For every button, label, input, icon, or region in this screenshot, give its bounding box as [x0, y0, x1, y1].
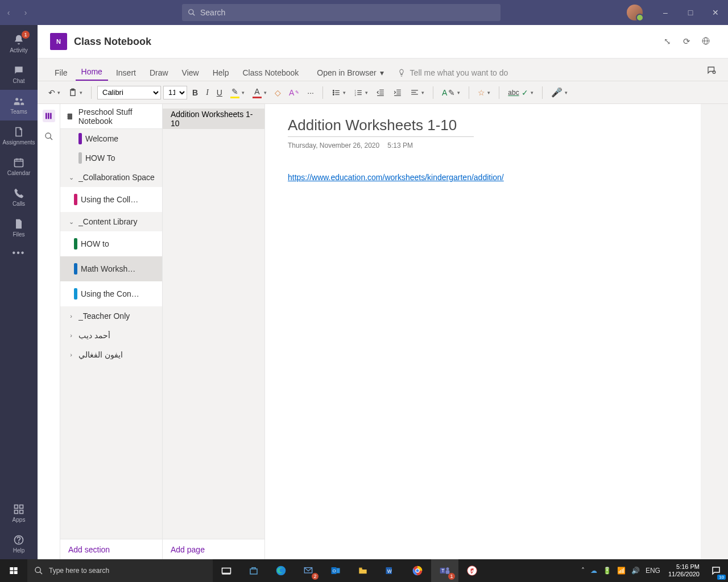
tab-draw[interactable]: Draw [144, 64, 174, 81]
window-minimize-button[interactable]: – [653, 8, 678, 17]
taskbar-store[interactable] [240, 559, 267, 582]
undo-button[interactable]: ↶▾ [46, 86, 63, 99]
store-icon [249, 566, 259, 576]
outdent-button[interactable] [373, 86, 388, 99]
feedback-icon[interactable] [706, 65, 717, 81]
rail-calls[interactable]: Calls [0, 182, 38, 213]
styles-button[interactable]: A✎▾ [439, 86, 463, 99]
task-view-button[interactable] [213, 559, 240, 582]
open-in-browser-button[interactable]: Open in Browser ▾ [317, 68, 383, 81]
section-group[interactable]: ›أحمد ديب [60, 326, 162, 345]
chevron-down-icon: ▾ [380, 68, 384, 77]
taskbar-explorer[interactable] [349, 559, 377, 582]
window-close-button[interactable]: ✕ [703, 8, 728, 17]
add-section-button[interactable]: Add section [60, 539, 162, 559]
format-painter-button[interactable]: A✎ [286, 86, 302, 99]
page-title[interactable]: Addition Worksheets 1-10 [288, 117, 474, 137]
taskbar-clock[interactable]: 5:16 PM 11/26/2020 [664, 563, 704, 578]
user-avatar[interactable] [627, 5, 643, 20]
more-format-button[interactable]: ··· [304, 86, 317, 99]
section-item[interactable]: Welcome [60, 129, 162, 148]
align-button[interactable]: ▾ [407, 86, 427, 99]
taskbar-mail[interactable]: 2 [295, 559, 322, 582]
taskbar-edge[interactable] [267, 559, 295, 582]
svg-rect-45 [50, 113, 52, 119]
taskbar-word[interactable]: W [377, 559, 404, 582]
indent-button[interactable] [390, 86, 405, 99]
volume-icon[interactable]: 🔊 [631, 567, 640, 575]
rail-calendar[interactable]: Calendar [0, 151, 38, 182]
section-item[interactable]: HOW to [60, 231, 162, 256]
bullets-button[interactable]: ▾ [329, 86, 349, 99]
globe-icon[interactable] [696, 36, 715, 47]
language-indicator[interactable]: ENG [646, 567, 660, 575]
section-item[interactable]: Math Worksheets [60, 256, 162, 281]
page-item[interactable]: Addition Worksheets 1-10 [163, 109, 264, 129]
rail-teams[interactable]: Teams [0, 90, 38, 120]
rail-more[interactable]: ••• [0, 243, 38, 263]
start-button[interactable] [0, 559, 27, 582]
page-link[interactable]: https://www.education.com/worksheets/kin… [288, 173, 504, 182]
tab-file[interactable]: File [49, 64, 73, 81]
rail-files[interactable]: Files [0, 213, 38, 243]
rail-assignments[interactable]: Assignments [0, 120, 38, 151]
collapse-icon[interactable]: ⤡ [657, 36, 677, 47]
taskbar-teams[interactable]: T 1 [431, 559, 458, 582]
underline-button[interactable]: U [214, 86, 225, 99]
nav-back-button[interactable]: ‹ [0, 8, 17, 17]
section-group[interactable]: ›ايفون الفغالي [60, 345, 162, 364]
tab-view[interactable]: View [176, 64, 205, 81]
battery-icon[interactable]: 🔋 [603, 567, 611, 575]
font-size-select[interactable]: 11 [163, 86, 187, 99]
section-group[interactable]: ⌄_Content Library [60, 212, 162, 231]
taskbar-search-input[interactable]: Type here to search [27, 559, 213, 582]
notebook-title-row[interactable]: Preschool Stuff Notebook [60, 104, 162, 129]
section-group[interactable]: ›_Teacher Only [60, 306, 162, 326]
font-color-button[interactable]: A▾ [250, 85, 270, 101]
system-tray[interactable]: ˄ ☁ 🔋 📶 🔊 ENG [581, 567, 664, 575]
page-canvas[interactable]: Addition Worksheets 1-10 Thursday, Novem… [265, 104, 701, 559]
spellcheck-button[interactable]: abc✓▾ [505, 86, 536, 99]
nav-forward-button[interactable]: › [17, 8, 34, 17]
notebook-name: Preschool Stuff Notebook [78, 107, 156, 126]
taskbar-itunes[interactable] [458, 559, 486, 582]
tray-chevron-icon[interactable]: ˄ [581, 567, 585, 575]
rail-chat[interactable]: Chat [0, 59, 38, 90]
bold-button[interactable]: B [189, 86, 201, 99]
rail-apps[interactable]: Apps [0, 498, 38, 529]
show-nav-icon[interactable] [43, 110, 55, 122]
numbering-button[interactable]: 123▾ [351, 86, 371, 99]
section-item[interactable]: HOW To [60, 148, 162, 168]
taskbar-outlook[interactable]: O [322, 559, 349, 582]
clear-format-button[interactable]: ◇ [272, 86, 284, 99]
rail-help[interactable]: Help [0, 529, 38, 559]
add-page-button[interactable]: Add page [163, 539, 264, 559]
section-item[interactable]: Using the Collabora... [60, 187, 162, 212]
svg-line-57 [40, 572, 42, 574]
svg-point-20 [333, 90, 334, 91]
rail-activity[interactable]: Activity 1 [0, 28, 38, 59]
section-item[interactable]: Using the Content ... [60, 281, 162, 306]
dictate-button[interactable]: 🎤▾ [548, 85, 570, 100]
taskbar-chrome[interactable] [404, 559, 431, 582]
tab-class-notebook[interactable]: Class Notebook [237, 64, 305, 81]
svg-point-13 [19, 542, 19, 543]
tab-home[interactable]: Home [76, 63, 108, 81]
wifi-icon[interactable]: 📶 [617, 567, 626, 575]
search-nav-icon[interactable] [43, 130, 55, 143]
tags-button[interactable]: ☆▾ [475, 86, 493, 99]
highlight-button[interactable]: ✎▾ [228, 85, 247, 101]
window-maximize-button[interactable]: □ [678, 8, 703, 17]
tell-me-input[interactable]: Tell me what you want to do [398, 68, 508, 81]
section-group[interactable]: ⌄_Collaboration Space [60, 168, 162, 187]
tab-help[interactable]: Help [207, 64, 235, 81]
onedrive-icon[interactable]: ☁ [590, 567, 597, 575]
font-name-select[interactable]: Calibri [97, 86, 161, 99]
teams-badge: 1 [448, 573, 455, 580]
paste-button[interactable]: ▾ [65, 85, 85, 100]
notification-center-button[interactable]: 10 [704, 559, 728, 582]
tab-insert[interactable]: Insert [110, 64, 142, 81]
refresh-icon[interactable]: ⟳ [677, 36, 696, 47]
global-search-input[interactable]: Search [182, 4, 500, 21]
italic-button[interactable]: I [203, 86, 212, 99]
